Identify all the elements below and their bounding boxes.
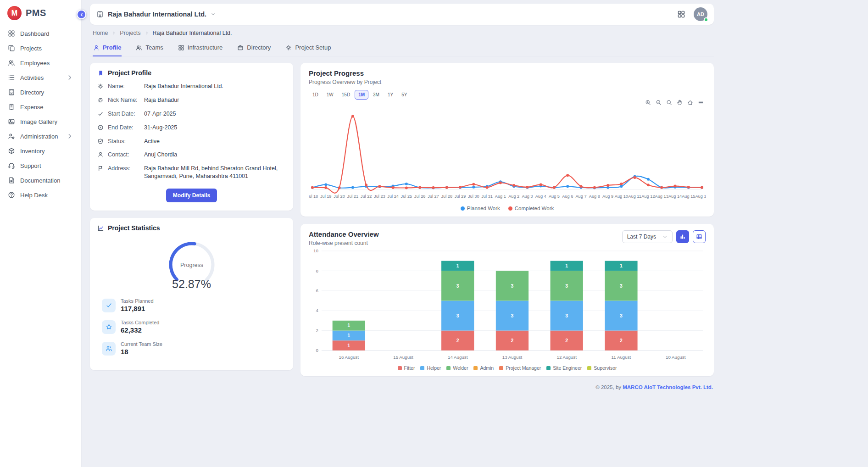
svg-text:1: 1 (347, 333, 350, 338)
date-range-select[interactable]: Last 7 Days (622, 230, 673, 243)
breadcrumb-item[interactable]: Projects (120, 30, 140, 36)
sidebar-item-label: Expense (20, 104, 44, 111)
range-1y[interactable]: 1Y (384, 90, 397, 100)
sidebar-item-help-desk[interactable]: Help Desk (4, 188, 78, 202)
legend-item-helper[interactable]: Helper (420, 365, 441, 371)
svg-text:Aug 9: Aug 9 (602, 194, 613, 199)
legend-item-site-engineer[interactable]: Site Engineer (546, 365, 582, 371)
legend-label: Fitter (404, 365, 415, 371)
chart-home-icon[interactable] (687, 100, 693, 106)
sidebar-item-inventory[interactable]: Inventory (4, 144, 78, 158)
company-name: Raja Bahadur International Ltd. (108, 11, 206, 18)
tab-infrastructure[interactable]: Infrastructure (178, 40, 223, 56)
range-15d[interactable]: 15D (338, 90, 354, 100)
menu-icon (698, 100, 704, 106)
chevron-right-icon (111, 31, 116, 35)
sidebar-item-label: Image Gallery (20, 118, 57, 125)
legend-item-welder[interactable]: Welder (446, 365, 468, 371)
chart-zoom-in-icon[interactable] (645, 100, 651, 106)
legend-item-admin[interactable]: Admin (473, 365, 494, 371)
support-icon (8, 162, 15, 169)
tab-profile[interactable]: Profile (93, 40, 122, 56)
attendance-overview-card: Attendance Overview Role-wise present co… (300, 224, 714, 376)
legend-item-planned-work[interactable]: Planned Work (461, 206, 500, 211)
range-1m[interactable]: 1M (355, 90, 368, 100)
chart-selection-zoom-icon[interactable] (666, 100, 672, 106)
range-3m[interactable]: 3M (369, 90, 383, 100)
attendance-bar-chart: 024681011116 August15 August233114 Augus… (309, 247, 706, 362)
legend-item-supervisor[interactable]: Supervisor (587, 365, 617, 371)
svg-text:2: 2 (511, 338, 514, 343)
sidebar-item-image-gallery[interactable]: Image Gallery (4, 114, 78, 129)
sidebar-item-expense[interactable]: Expense (4, 100, 78, 114)
svg-text:3: 3 (511, 284, 514, 289)
range-5y[interactable]: 5Y (398, 90, 411, 100)
tab-label: Project Setup (295, 44, 331, 51)
stat-value: 117,891 (121, 305, 154, 312)
company-link[interactable]: MARCO AIoT Technologies Pvt. Ltd. (623, 384, 713, 390)
avatar-initials: AD (697, 11, 704, 17)
card-title: Project Statistics (108, 224, 160, 232)
sidebar-item-directory[interactable]: Directory (4, 85, 78, 100)
chart-zoom-out-icon[interactable] (656, 100, 662, 106)
documentation-icon (8, 177, 15, 184)
progress-gauge-box: Progress 52.87% (97, 232, 286, 292)
card-title: Project Profile (108, 69, 151, 77)
sidebar-item-label: Employees (20, 60, 50, 67)
sidebar-item-dashboard[interactable]: Dashboard (4, 26, 78, 41)
svg-text:16 August: 16 August (339, 355, 359, 360)
legend-label: Helper (427, 365, 441, 371)
sidebar-item-administration[interactable]: Administration (4, 129, 78, 144)
chart-pan-icon[interactable] (677, 100, 683, 106)
legend-item-fitter[interactable]: Fitter (398, 365, 415, 371)
tab-project-setup[interactable]: Project Setup (285, 40, 331, 56)
svg-text:12 August: 12 August (557, 355, 577, 360)
tab-teams[interactable]: Teams (135, 40, 163, 56)
table-view-toggle[interactable] (693, 230, 706, 243)
sidebar-item-label: Dashboard (20, 30, 50, 37)
svg-text:13 August: 13 August (502, 355, 523, 360)
svg-text:Aug 7: Aug 7 (575, 194, 586, 199)
breadcrumb-item[interactable]: Home (93, 30, 108, 36)
legend-label: Completed Work (515, 206, 554, 211)
projects-icon (8, 44, 15, 52)
attendance-chart: 024681011116 August15 August233114 Augus… (309, 247, 706, 362)
sidebar-item-label: Documentation (20, 177, 60, 184)
sidebar-item-employees[interactable]: Employees (4, 56, 78, 70)
sidebar-item-projects[interactable]: Projects (4, 41, 78, 56)
legend-marker (446, 366, 451, 370)
field-value: Anuj Chordia (144, 151, 177, 159)
sidebar-collapse-button[interactable] (77, 10, 86, 19)
legend-label: Admin (480, 365, 494, 371)
sidebar-item-documentation[interactable]: Documentation (4, 173, 78, 188)
bar-view-toggle[interactable] (676, 230, 689, 243)
sidebar-item-label: Support (20, 162, 41, 169)
svg-text:3: 3 (565, 284, 568, 289)
attendance-header: Attendance Overview Role-wise present co… (309, 230, 706, 246)
chart-menu-icon[interactable] (698, 100, 704, 106)
sidebar-item-support[interactable]: Support (4, 158, 78, 173)
svg-text:Jul 28: Jul 28 (441, 194, 452, 199)
dashboard-icon (8, 30, 15, 37)
tab-directory[interactable]: Directory (237, 40, 271, 56)
employees-icon (136, 44, 142, 51)
user-avatar[interactable]: AD (694, 7, 707, 21)
sidebar-item-label: Help Desk (20, 192, 48, 199)
stat-tasks-planned: Tasks Planned117,891 (102, 298, 281, 312)
field-label: End Date: (108, 124, 140, 132)
legend-marker (508, 206, 512, 211)
range-1w[interactable]: 1W (323, 90, 337, 100)
range-1d[interactable]: 1D (309, 90, 322, 100)
legend-item-completed-work[interactable]: Completed Work (508, 206, 554, 211)
legend-marker (499, 366, 503, 370)
svg-text:Jul 31: Jul 31 (481, 194, 493, 199)
legend-item-project-manager[interactable]: Project Manager (499, 365, 541, 371)
company-selector[interactable]: Raja Bahadur International Ltd. (96, 11, 216, 18)
copyright-text: © 2025, by (595, 384, 623, 390)
apps-grid-icon[interactable] (677, 10, 685, 18)
legend-marker (546, 366, 551, 370)
stat-label: Tasks Planned (121, 298, 154, 304)
sidebar-item-activities[interactable]: Activities (4, 70, 78, 85)
gear-icon (285, 44, 292, 51)
modify-details-button[interactable]: Modify Details (166, 189, 217, 202)
